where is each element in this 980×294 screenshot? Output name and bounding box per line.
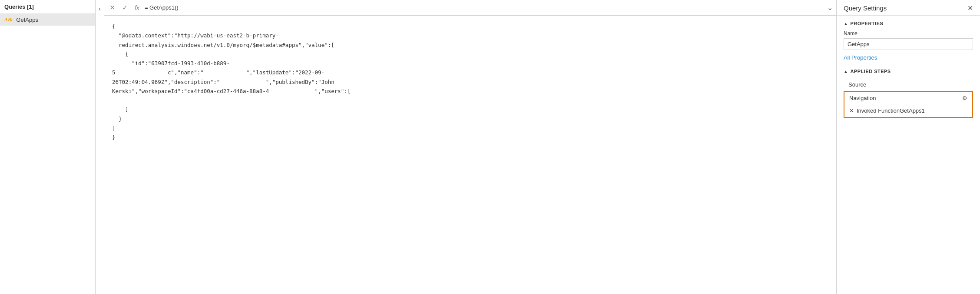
- query-item[interactable]: ABc GetApps: [0, 14, 95, 26]
- step-invoked-label: Invoked FunctionGetApps1: [857, 107, 925, 114]
- query-settings-panel: Query Settings ✕ ▲ PROPERTIES Name All P…: [837, 0, 980, 294]
- step-item-source-left: Source: [848, 81, 866, 88]
- name-field-label: Name: [844, 30, 973, 37]
- step-item-source[interactable]: Source: [844, 78, 973, 91]
- queries-header: Queries [1]: [0, 0, 95, 14]
- error-icon: ✕: [849, 107, 854, 114]
- step-item-invoked-left: ✕ Invoked FunctionGetApps1: [849, 107, 925, 114]
- query-item-label: GetApps: [16, 17, 38, 23]
- triangle-icon: ▲: [844, 21, 848, 26]
- step-item-invoked[interactable]: ✕ Invoked FunctionGetApps1: [844, 104, 972, 117]
- step-navigation-label: Navigation: [849, 95, 876, 101]
- confirm-formula-button[interactable]: ✓: [120, 3, 129, 12]
- triangle-icon-2: ▲: [844, 69, 848, 74]
- formula-bar: ✕ ✓ fx ⌄: [104, 0, 836, 16]
- step-list: Source Navigation ⚙ ✕: [844, 78, 973, 118]
- steps-selected-box: Navigation ⚙ ✕ Invoked FunctionGetApps1: [844, 91, 973, 118]
- gear-icon[interactable]: ⚙: [962, 95, 967, 101]
- applied-steps-section: ▲ APPLIED STEPS Source Navigation: [844, 69, 973, 118]
- chevron-left-icon: ‹: [99, 5, 101, 12]
- cancel-formula-button[interactable]: ✕: [108, 3, 117, 12]
- close-settings-button[interactable]: ✕: [967, 5, 973, 12]
- step-item-navigation[interactable]: Navigation ⚙: [844, 92, 972, 104]
- settings-body: ▲ PROPERTIES Name All Properties ▲ APPLI…: [837, 16, 980, 294]
- name-field-input[interactable]: [844, 38, 973, 50]
- all-properties-link[interactable]: All Properties: [844, 54, 973, 61]
- applied-steps-section-header: ▲ APPLIED STEPS: [844, 69, 973, 74]
- main-content-area: ✕ ✓ fx ⌄ { "@odata.context":"http://wabi…: [104, 0, 837, 294]
- step-source-label: Source: [848, 81, 866, 88]
- query-type-icon: ABc: [4, 17, 13, 23]
- collapse-panel-button[interactable]: ‹: [96, 0, 104, 294]
- queries-panel: Queries [1] ABc GetApps: [0, 0, 96, 294]
- properties-section-header: ▲ PROPERTIES: [844, 21, 973, 26]
- step-item-navigation-left: Navigation: [849, 95, 876, 101]
- settings-header: Query Settings ✕: [837, 0, 980, 16]
- fx-label: fx: [133, 4, 141, 11]
- formula-input[interactable]: [145, 4, 824, 11]
- properties-section-label: PROPERTIES: [850, 21, 883, 26]
- code-editor: { "@odata.context":"http://wabi-us-east2…: [104, 16, 836, 294]
- formula-expand-icon[interactable]: ⌄: [827, 3, 833, 12]
- applied-steps-label: APPLIED STEPS: [850, 69, 891, 74]
- settings-title: Query Settings: [844, 4, 887, 12]
